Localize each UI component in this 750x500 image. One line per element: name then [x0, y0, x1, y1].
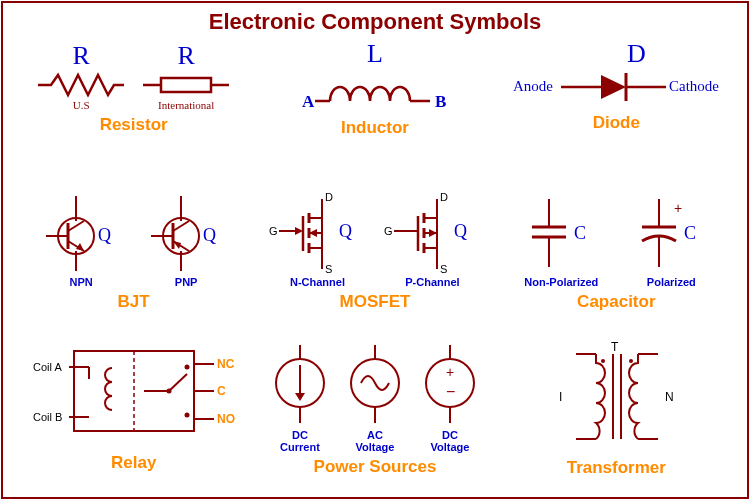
transformer-i: I [559, 390, 562, 404]
bjt-pnp: Q PNP [141, 191, 231, 288]
bjt-category: BJT [118, 292, 150, 312]
svg-rect-1 [161, 78, 211, 92]
svg-line-21 [173, 221, 189, 231]
inductor-terminal-b: B [435, 92, 446, 111]
diagram-container: Electronic Component Symbols R U.S R [1, 1, 749, 499]
diode-letter: D [627, 39, 646, 69]
dc-voltage-l1: DC [442, 429, 458, 441]
capacitor-category: Capacitor [577, 292, 655, 312]
transformer-n: N [665, 390, 674, 404]
cap-nonpol: C Non-Polarized [514, 191, 609, 288]
dc-voltage-l2: Voltage [431, 441, 470, 453]
dc-plus: + [446, 364, 454, 380]
inductor-category: Inductor [341, 118, 409, 138]
mosfet-n: D G S [267, 191, 367, 288]
relay-c: C [217, 384, 226, 398]
svg-point-67 [166, 389, 171, 394]
resistor-intl: R International [141, 41, 231, 111]
cell-mosfet: D G S [254, 189, 495, 339]
resistor-us-label: U.S [73, 99, 90, 111]
svg-marker-6 [601, 75, 626, 99]
relay-icon: Coil A Coil B NC C NO [29, 339, 239, 449]
power-dc-voltage: + − DC Voltage [420, 341, 480, 453]
inductor-icon: A B [290, 69, 460, 114]
resistor-zigzag-icon [36, 71, 126, 99]
inductor-letter: L [367, 39, 383, 69]
mosfet-n-s: S [325, 263, 332, 275]
bjt-npn-q: Q [98, 225, 111, 245]
bjt-pnp-icon: Q [141, 191, 231, 276]
bjt-npn-icon: Q [36, 191, 126, 276]
cell-resistor: R U.S R International Resistor [13, 39, 254, 189]
cell-bjt: Q NPN Q PNP [13, 189, 254, 339]
bjt-pnp-label: PNP [175, 276, 198, 288]
ac-voltage-icon [345, 341, 405, 429]
power-category: Power Sources [314, 457, 437, 477]
power-dc-current: DC Current [270, 341, 330, 453]
mosfet-n-g: G [269, 225, 278, 237]
relay-nc: NC [217, 357, 235, 371]
symbol-grid: R U.S R International Resistor [3, 39, 747, 489]
ac-voltage-l2: Voltage [356, 441, 395, 453]
relay-coil-a: Coil A [33, 361, 62, 373]
cap-pol-c: C [684, 223, 696, 243]
dc-minus: − [446, 383, 455, 400]
svg-marker-73 [295, 393, 305, 401]
dc-current-l2: Current [280, 441, 320, 453]
mosfet-n-q: Q [339, 221, 352, 241]
cell-diode: D Anode Cathode Diode [496, 39, 737, 189]
mosfet-p-g: G [384, 225, 393, 237]
diode-anode-label: Anode [513, 78, 553, 94]
mosfet-n-d: D [325, 191, 333, 203]
relay-no: NO [217, 412, 235, 426]
mosfet-p-s: S [440, 263, 447, 275]
inductor-terminal-a: A [302, 92, 315, 111]
dc-voltage-icon: + − [420, 341, 480, 429]
cap-nonpol-icon: C [514, 191, 609, 276]
resistor-intl-label: International [158, 99, 214, 111]
bjt-npn: Q NPN [36, 191, 126, 288]
cell-relay: Coil A Coil B NC C NO Relay [13, 339, 254, 489]
cap-pol-icon: + C [624, 191, 719, 276]
relay-category: Relay [111, 453, 156, 473]
resistor-letter-2: R [177, 41, 194, 71]
mosfet-p-d: D [440, 191, 448, 203]
svg-line-13 [68, 221, 84, 231]
cap-pol-label: Polarized [647, 276, 696, 288]
resistor-us: R U.S [36, 41, 126, 111]
cell-transformer: T I N Transformer [496, 339, 737, 489]
cap-plus: + [674, 200, 682, 216]
svg-point-68 [184, 365, 189, 370]
power-ac-voltage: AC Voltage [345, 341, 405, 453]
dc-current-l1: DC [292, 429, 308, 441]
mosfet-p-label: P-Channel [405, 276, 459, 288]
svg-point-87 [601, 359, 605, 363]
cell-inductor: L A B Inductor [254, 39, 495, 189]
transformer-t: T [611, 340, 619, 354]
mosfet-category: MOSFET [340, 292, 411, 312]
svg-line-66 [169, 374, 187, 391]
diode-category: Diode [593, 113, 640, 133]
page-title: Electronic Component Symbols [3, 9, 747, 35]
ac-voltage-l1: AC [367, 429, 383, 441]
svg-point-69 [184, 413, 189, 418]
bjt-pnp-q: Q [203, 225, 216, 245]
diode-cathode-label: Cathode [669, 78, 719, 94]
mosfet-p-q: Q [454, 221, 467, 241]
mosfet-p-icon: D G S Q [382, 191, 482, 276]
svg-marker-47 [429, 229, 437, 237]
svg-rect-57 [74, 351, 194, 431]
cell-power: DC Current AC Voltage [254, 339, 495, 489]
cell-capacitor: C Non-Polarized + C Polarized C [496, 189, 737, 339]
diode-icon: Anode Cathode [511, 69, 721, 109]
mosfet-n-icon: D G S [267, 191, 367, 276]
cap-pol: + C Polarized [624, 191, 719, 288]
resistor-category: Resistor [100, 115, 168, 135]
mosfet-n-label: N-Channel [290, 276, 345, 288]
mosfet-p: D G S Q [382, 191, 482, 288]
svg-point-88 [629, 359, 633, 363]
resistor-letter: R [72, 41, 89, 71]
relay-coil-b: Coil B [33, 411, 62, 423]
bjt-npn-label: NPN [70, 276, 93, 288]
resistor-box-icon [141, 71, 231, 99]
